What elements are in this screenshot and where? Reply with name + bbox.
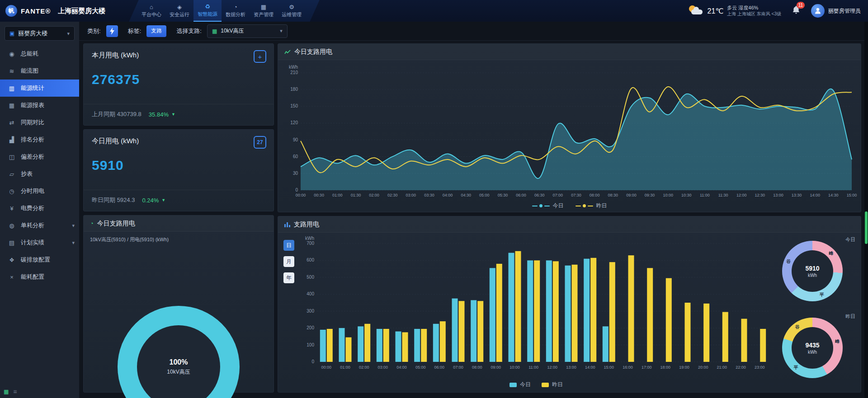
sidebar-item-分时用电[interactable]: ◷分时用电 bbox=[0, 183, 79, 200]
weather-location: 上海 上海城区 东南风 <3级 bbox=[727, 11, 781, 17]
svg-text:06:00: 06:00 bbox=[516, 193, 526, 197]
svg-text:500: 500 bbox=[307, 275, 314, 280]
top-nav-智慧能源[interactable]: ♻智慧能源 bbox=[193, 0, 222, 22]
deviation-analysis-icon: ◫ bbox=[8, 154, 15, 160]
sidebar-item-能源统计[interactable]: ▥能源统计 bbox=[0, 80, 79, 97]
bar-chart-legend: 今日昨日 bbox=[300, 381, 773, 389]
legend-item-昨日[interactable]: 昨日 bbox=[576, 202, 607, 210]
sidebar-item-总能耗[interactable]: ◉总能耗 bbox=[0, 45, 79, 62]
down-triangle-icon[interactable]: ▼ bbox=[161, 198, 165, 202]
line-card-title: 今日支路用电 bbox=[294, 48, 332, 56]
sidebar-item-label: 分时用电 bbox=[21, 187, 75, 195]
period-tab-日[interactable]: 日 bbox=[283, 240, 294, 251]
svg-text:09:00: 09:00 bbox=[491, 365, 501, 370]
notifications-bell[interactable]: 11 bbox=[792, 5, 800, 16]
donut-segment-label-峰: 峰 bbox=[835, 338, 840, 345]
legend-item-今日[interactable]: 今日 bbox=[532, 202, 564, 210]
svg-text:05:30: 05:30 bbox=[498, 193, 508, 197]
today-tou-donut-chart[interactable]: 5910 kWh 峰平谷 bbox=[782, 241, 843, 301]
svg-text:02:00: 02:00 bbox=[359, 365, 369, 370]
svg-text:200: 200 bbox=[307, 325, 314, 330]
ranking-analysis-icon: ▟ bbox=[8, 136, 15, 143]
top-nav-label: 智慧能源 bbox=[198, 11, 217, 18]
period-compare-icon: ⇄ bbox=[8, 119, 15, 126]
svg-text:120: 120 bbox=[290, 120, 298, 125]
notification-badge: 11 bbox=[797, 2, 805, 9]
sidebar-item-排名分析[interactable]: ▟排名分析 bbox=[0, 131, 79, 148]
menu-collapse-icon[interactable]: ≡ bbox=[13, 388, 17, 395]
legend-item-昨日[interactable]: 昨日 bbox=[542, 381, 563, 389]
branch-donut-chart[interactable]: 100% 10kV高压 bbox=[118, 306, 240, 398]
svg-text:09:00: 09:00 bbox=[626, 193, 637, 197]
today-change-percent: 0.24% bbox=[142, 197, 159, 204]
filter-bar: 类别: 标签: 支路 选择支路: ▦ 10kV高压 ▾ bbox=[79, 22, 868, 41]
top-nav-数据分析[interactable]: ◔数据分析 bbox=[222, 0, 250, 22]
sidebar-item-电费分析[interactable]: ¥电费分析 bbox=[0, 200, 79, 217]
svg-text:07:00: 07:00 bbox=[553, 193, 563, 197]
building-selector[interactable]: ▣ 丽婴房大楼 ▾ bbox=[5, 26, 75, 41]
layout-grid-icon[interactable]: ▦ bbox=[4, 389, 9, 395]
top-nav-安全运行[interactable]: ◈安全运行 bbox=[165, 0, 193, 22]
branch-pie-subtitle: 10kV高压(5910) / 用电(5910) (kWh) bbox=[90, 236, 169, 243]
down-triangle-icon[interactable]: ▼ bbox=[171, 112, 175, 117]
period-tab-年[interactable]: 年 bbox=[283, 272, 294, 283]
sidebar-item-label: 电费分析 bbox=[21, 204, 75, 212]
sidebar-item-碳排放配置[interactable]: ❖碳排放配置 bbox=[0, 251, 79, 268]
sidebar-item-单耗分析[interactable]: ◍单耗分析▾ bbox=[0, 217, 79, 234]
branch-donut-label: 10kV高压 bbox=[167, 368, 190, 376]
sidebar-item-能流图[interactable]: ≋能流图 bbox=[0, 62, 79, 80]
bar-card-title: 支路用电 bbox=[294, 220, 319, 229]
chevron-down-icon: ▾ bbox=[280, 28, 283, 34]
yesterday-tou-donut-chart[interactable]: 9435 kWh 峰平谷 bbox=[782, 318, 843, 378]
sidebar-item-能源报表[interactable]: ▦能源报表 bbox=[0, 97, 79, 114]
sidebar-item-label: 能源报表 bbox=[21, 101, 75, 109]
svg-text:90: 90 bbox=[293, 137, 298, 142]
building-name: 上海丽婴房大楼 bbox=[58, 7, 105, 15]
sidebar-item-同期对比[interactable]: ⇄同期对比 bbox=[0, 114, 79, 131]
user-menu[interactable]: 丽婴房管理员 bbox=[811, 4, 861, 18]
sidebar: ▣ 丽婴房大楼 ▾ ◉总能耗≋能流图▥能源统计▦能源报表⇄同期对比▟排名分析◫偏… bbox=[0, 22, 79, 398]
brand: 帆 FANTE® 上海丽婴房大楼 bbox=[0, 5, 105, 17]
donut-segment-label-平: 平 bbox=[794, 365, 798, 371]
top-nav-运维管理[interactable]: ⚙运维管理 bbox=[278, 0, 306, 22]
branch-dropdown-value: 10kV高压 bbox=[221, 27, 276, 35]
meter-reading-icon: ▱ bbox=[8, 171, 15, 178]
topbar-right: 21℃ 多云 湿度46% 上海 上海城区 东南风 <3级 11 丽婴房管理员 bbox=[688, 4, 868, 18]
chevron-down-icon: ▾ bbox=[72, 240, 75, 246]
today-branch-line-chart[interactable]: 0306090120150180210kWh00:0000:3001:0001:… bbox=[281, 62, 858, 199]
branch-tag-button[interactable]: 支路 bbox=[146, 25, 166, 37]
top-nav-资产管理[interactable]: ▦资产管理 bbox=[250, 0, 278, 22]
svg-text:15:00: 15:00 bbox=[847, 193, 857, 197]
legend-item-今日[interactable]: 今日 bbox=[509, 381, 531, 389]
top-nav-平台中心[interactable]: ⌂平台中心 bbox=[137, 0, 165, 22]
electricity-category-button[interactable] bbox=[106, 25, 118, 37]
month-change-percent: 35.84% bbox=[149, 111, 169, 118]
svg-text:14:30: 14:30 bbox=[828, 193, 839, 197]
sidebar-item-抄表[interactable]: ▱抄表 bbox=[0, 165, 79, 183]
month-power-title: 本月用电 (kWh) bbox=[84, 44, 274, 60]
today-branch-line-card: 今日支路用电 0306090120150180210kWh00:0000:300… bbox=[278, 43, 861, 212]
svg-text:19:00: 19:00 bbox=[679, 365, 689, 370]
sidebar-item-能耗配置[interactable]: ×能耗配置 bbox=[0, 268, 79, 286]
scrollbar-track[interactable] bbox=[864, 22, 868, 398]
branch-bar-chart[interactable]: 0100200300400500600700kWh00:0001:0002:00… bbox=[300, 235, 773, 372]
svg-text:300: 300 bbox=[307, 309, 314, 314]
donut-segment-label-峰: 峰 bbox=[829, 250, 834, 257]
svg-text:06:30: 06:30 bbox=[534, 193, 545, 197]
branch-pie-card: ◔ 今日支路用电 10kV高压(5910) / 用电(5910) (kWh) 1… bbox=[83, 215, 274, 393]
svg-text:08:30: 08:30 bbox=[608, 193, 618, 197]
period-tab-月[interactable]: 月 bbox=[283, 256, 294, 267]
svg-text:12:00: 12:00 bbox=[736, 193, 747, 197]
svg-text:0: 0 bbox=[311, 359, 314, 364]
branch-dropdown[interactable]: ▦ 10kV高压 ▾ bbox=[207, 24, 288, 38]
svg-text:06:00: 06:00 bbox=[434, 365, 445, 370]
svg-text:09:30: 09:30 bbox=[645, 193, 655, 197]
svg-text:00:00: 00:00 bbox=[296, 193, 306, 197]
svg-text:01:30: 01:30 bbox=[351, 193, 361, 197]
sidebar-item-计划实绩[interactable]: ▤计划实绩▾ bbox=[0, 234, 79, 251]
calendar-add-icon[interactable]: + bbox=[254, 50, 266, 63]
svg-text:17:00: 17:00 bbox=[642, 365, 652, 370]
calendar-day-icon[interactable]: 27 bbox=[254, 136, 266, 149]
sidebar-item-偏差分析[interactable]: ◫偏差分析 bbox=[0, 148, 79, 165]
scrollbar-thumb[interactable] bbox=[865, 211, 868, 244]
